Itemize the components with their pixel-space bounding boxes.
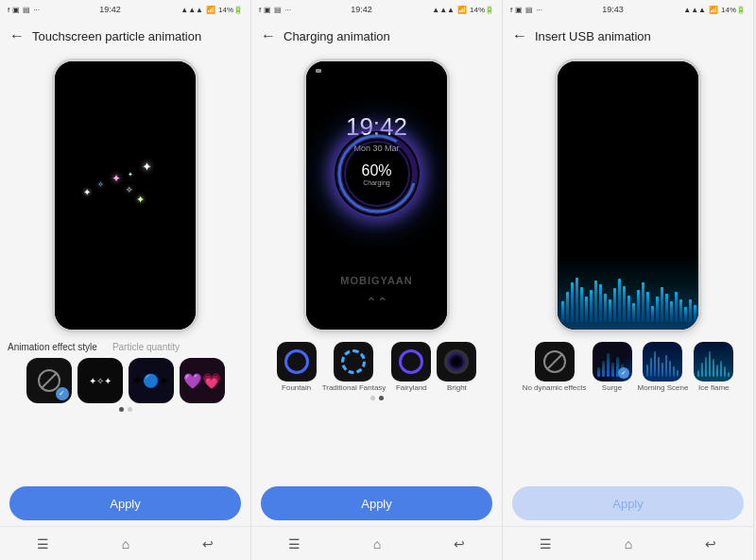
option-label-fairyland: Fairyland [396, 383, 427, 392]
back-button-3[interactable]: ← [512, 27, 527, 44]
option-box-bright[interactable] [437, 342, 476, 382]
bright-ring [444, 349, 469, 374]
svg-rect-12 [604, 294, 607, 322]
nav-menu-2[interactable]: ☰ [288, 536, 301, 552]
bottom-indicator: ⌃⌃ [366, 294, 388, 311]
svg-rect-8 [585, 297, 588, 322]
status-icons-3: f ▣ ▤ ··· [510, 6, 542, 14]
svg-rect-48 [697, 370, 699, 377]
phone-mockup-2: 19:42 Mon 30 Mar 60% [303, 59, 450, 332]
option-iceflame[interactable]: Ice flame [694, 342, 733, 392]
option-box-colored[interactable]: ✶🔵✶ [129, 358, 174, 403]
fb-icon-3: f [510, 6, 512, 14]
nav-menu-3[interactable]: ☰ [540, 536, 552, 552]
option-box-sparkle[interactable]: ✦✧✦ [77, 358, 123, 403]
svg-rect-23 [656, 297, 659, 322]
apply-button-3[interactable]: Apply [512, 486, 744, 520]
signal-icon: ▲▲▲ [180, 6, 203, 14]
svg-rect-47 [677, 370, 679, 377]
dots-1 [8, 407, 243, 412]
option-box-iceflame[interactable] [694, 342, 733, 382]
colored-sparks-icon: ✶🔵✶ [131, 373, 170, 388]
svg-rect-46 [673, 366, 675, 377]
signal-icon-2: ▲▲▲ [432, 6, 455, 14]
svg-rect-51 [709, 351, 711, 377]
phone-frame-1: ✦ ✧ ✦ ✧ ✦ ✦ ✦ [52, 59, 198, 332]
social-icon-2a: ▣ [264, 6, 271, 14]
battery-1: 14%🔋 [218, 6, 243, 14]
nav-home-1[interactable]: ⌂ [122, 536, 129, 552]
title-3: Insert USB animation [535, 29, 651, 43]
header-1: ← Touchscreen particle animation [0, 19, 250, 53]
nav-home-3[interactable]: ⌂ [625, 536, 632, 552]
option-fountain[interactable]: Fountain [277, 342, 317, 392]
nav-back-1[interactable]: ↩ [202, 536, 214, 552]
particle-star-4: ✧ [126, 179, 133, 196]
svg-rect-44 [665, 355, 667, 377]
charging-percent-wrapper: 60% Charging [361, 162, 391, 186]
option-box-surge[interactable]: ✓ [593, 342, 632, 382]
nav-menu-1[interactable]: ☰ [37, 536, 49, 552]
option-box-morning[interactable] [643, 342, 682, 382]
option-surge[interactable]: ✓ Surge [593, 342, 632, 392]
nav-home-2[interactable]: ⌂ [373, 536, 381, 552]
dots-icon-2: ··· [284, 6, 291, 14]
fb-icon-2: f [259, 6, 261, 14]
svg-rect-18 [632, 303, 635, 322]
svg-rect-14 [613, 288, 616, 322]
nav-back-2[interactable]: ↩ [454, 536, 465, 552]
traditional-ring [341, 349, 366, 374]
option-morning[interactable]: Morning Scene [638, 342, 689, 392]
particle-star-1: ✦ [83, 182, 91, 199]
svg-rect-40 [650, 358, 652, 377]
option-no-effect[interactable] [26, 358, 72, 403]
svg-rect-28 [679, 299, 682, 322]
svg-rect-29 [684, 307, 687, 322]
apply-button-1[interactable]: Apply [9, 486, 241, 520]
label-particle-qty: Particle quantity [112, 342, 180, 352]
option-sparkle-dark[interactable]: ✦✧✦ [77, 358, 123, 403]
sparkle-icon: ✦✧✦ [89, 376, 112, 386]
dots-icon-3: ··· [536, 6, 542, 14]
wifi-icon-3: 📶 [709, 6, 718, 14]
option-bright[interactable]: Bright [437, 342, 476, 392]
option-box-fairyland[interactable] [391, 342, 431, 382]
svg-rect-10 [594, 280, 597, 322]
option-box-no-effect[interactable] [26, 358, 72, 403]
option-hearts[interactable]: 💜💗 [180, 358, 225, 403]
battery-3: 14%🔋 [721, 6, 746, 14]
svg-rect-11 [599, 284, 602, 322]
back-button-1[interactable]: ← [9, 27, 25, 44]
option-fairyland[interactable]: Fairyland [391, 342, 431, 392]
options-row-3: No dynamic effects [510, 342, 746, 392]
status-bar-1: f ▣ ▤ ··· 19:42 ▲▲▲ 📶 14%🔋 [0, 0, 250, 19]
signal-icon-3: ▲▲▲ [683, 6, 706, 14]
svg-rect-33 [602, 361, 605, 377]
option-traditional[interactable]: Traditional Fantasy [322, 342, 387, 392]
svg-rect-25 [665, 294, 668, 322]
dot-1-inactive [128, 407, 132, 412]
option-box-fountain[interactable] [277, 342, 317, 382]
nav-back-3[interactable]: ↩ [705, 536, 716, 552]
charging-small-indicator [316, 69, 321, 73]
dot-2-active [379, 396, 384, 400]
option-colored-sparks[interactable]: ✶🔵✶ [129, 358, 174, 403]
fb-icon: f [8, 6, 9, 14]
particle-star-3: ✦ [112, 169, 121, 186]
option-no-dynamic[interactable]: No dynamic effects [523, 342, 587, 392]
morning-preview [644, 344, 680, 380]
svg-rect-42 [658, 357, 660, 377]
svg-rect-55 [724, 366, 726, 377]
iceflame-preview [696, 344, 731, 380]
svg-rect-24 [661, 287, 663, 322]
option-box-no-dynamic[interactable] [535, 342, 575, 382]
phone-screen-1: ✦ ✧ ✦ ✧ ✦ ✦ ✦ [55, 61, 196, 330]
back-button-2[interactable]: ← [261, 27, 276, 44]
option-box-traditional[interactable] [334, 342, 373, 382]
svg-rect-3 [561, 301, 564, 322]
label-animation-style: Animation effect style [8, 342, 97, 352]
options-row-2: Fountain Traditional Fantasy Fairyland [259, 342, 494, 392]
apply-button-2[interactable]: Apply [261, 486, 492, 520]
svg-rect-56 [728, 372, 730, 377]
option-box-hearts[interactable]: 💜💗 [180, 358, 225, 403]
